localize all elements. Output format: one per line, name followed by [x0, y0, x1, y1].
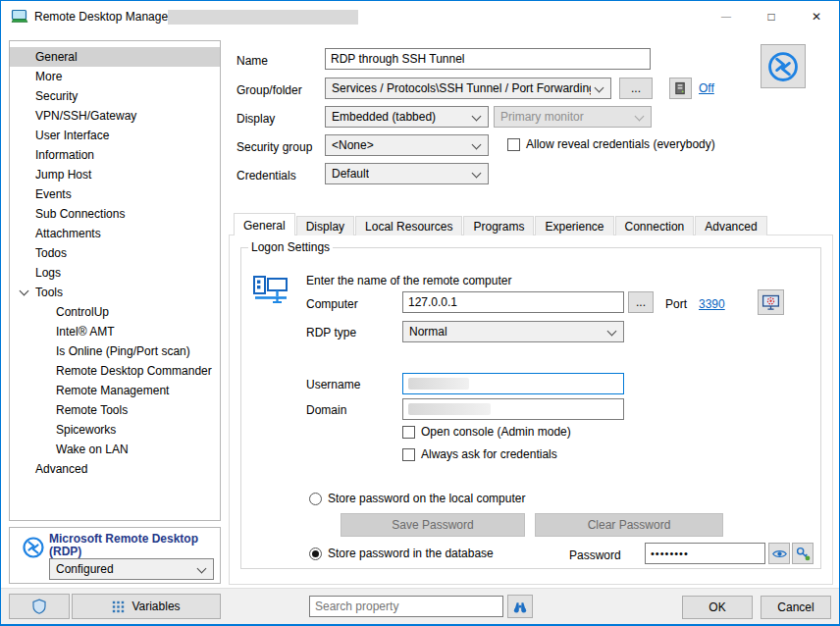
always-ask-row: Always ask for credentials [402, 447, 557, 461]
sidebar-item-remote-management[interactable]: Remote Management [10, 381, 220, 400]
sidebar-item-sub-connections[interactable]: Sub Connections [10, 204, 220, 224]
eye-icon [771, 546, 788, 562]
minimize-button[interactable]: ─ [704, 1, 749, 31]
sidebar-item-remote-desktop-commander[interactable]: Remote Desktop Commander [10, 361, 220, 381]
network-computer-icon [251, 274, 290, 313]
credentials-label: Credentials [236, 169, 296, 183]
port-scan-button[interactable] [758, 289, 784, 315]
sidebar-item-logs[interactable]: Logs [10, 263, 220, 283]
sidebar-item-jump-host[interactable]: Jump Host [10, 165, 220, 184]
port-scan-icon [761, 292, 781, 313]
redacted-username [408, 378, 469, 390]
save-password-button[interactable]: Save Password [341, 513, 525, 537]
maximize-button[interactable]: □ [749, 1, 794, 31]
security-group-select[interactable]: <None> [325, 134, 489, 156]
chevron-down-icon [472, 112, 482, 122]
tab-display[interactable]: Display [296, 216, 354, 235]
sidebar-item-spiceworks[interactable]: Spiceworks [10, 420, 220, 440]
display-label: Display [236, 112, 275, 126]
tab-programs[interactable]: Programs [463, 216, 534, 235]
tab-experience[interactable]: Experience [535, 216, 613, 235]
sidebar-item-tools-label: Tools [35, 286, 63, 299]
sidebar-item-is-online[interactable]: Is Online (Ping/Port scan) [10, 341, 220, 361]
binoculars-icon [511, 598, 529, 615]
shield-icon [30, 598, 48, 615]
display-mode-value: Embedded (tabbed) [332, 110, 436, 124]
sidebar-item-remote-tools[interactable]: Remote Tools [10, 400, 220, 420]
sidebar-item-intel-amt[interactable]: Intel® AMT [10, 322, 220, 341]
chevron-down-icon [197, 564, 207, 574]
computer-browse-button[interactable]: ... [628, 291, 654, 313]
settings-nav-sidebar: General More Security VPN/SSH/Gateway Us… [9, 40, 221, 521]
group-folder-label: Group/folder [236, 83, 302, 97]
rdp-type-label: RDP type [306, 326, 356, 339]
chevron-down-icon [472, 169, 482, 179]
logon-settings-legend: Logon Settings [248, 240, 333, 254]
tab-general[interactable]: General [234, 213, 295, 235]
cancel-button[interactable]: Cancel [761, 596, 831, 619]
name-input[interactable] [325, 48, 651, 70]
always-ask-label: Always ask for credentials [421, 447, 557, 461]
window-title: Remote Desktop Manager [34, 10, 172, 24]
open-console-checkbox[interactable] [402, 426, 415, 439]
rdp-logo-icon [22, 536, 45, 559]
group-folder-select[interactable]: Services / Protocols\SSH Tunnel / Port F… [325, 78, 611, 99]
security-group-value: <None> [332, 138, 374, 152]
variables-button[interactable]: Variables [72, 594, 221, 619]
sidebar-item-wake-on-lan[interactable]: Wake on LAN [10, 440, 220, 459]
rdp-type-value: Normal [409, 325, 447, 339]
credentials-value: Default [332, 167, 369, 181]
protocol-status-value: Configured [56, 562, 114, 576]
sidebar-item-more[interactable]: More [10, 67, 220, 86]
search-property-input[interactable] [309, 596, 503, 617]
group-browse-button[interactable]: ... [619, 78, 653, 99]
sidebar-item-security[interactable]: Security [10, 86, 220, 106]
security-group-label: Security group [236, 140, 312, 154]
host-server-button[interactable] [669, 78, 692, 99]
sidebar-item-todos[interactable]: Todos [10, 243, 220, 263]
remote-computer-hint: Enter the name of the remote computer [306, 274, 511, 287]
tab-connection[interactable]: Connection [615, 216, 695, 235]
sidebar-item-general[interactable]: General [10, 47, 220, 67]
redacted-domain [408, 403, 491, 415]
sidebar-item-controlup[interactable]: ControlUp [10, 302, 220, 322]
key-icon [795, 546, 812, 562]
always-ask-checkbox[interactable] [402, 448, 415, 461]
sidebar-item-information[interactable]: Information [10, 145, 220, 165]
remote-desktop-manager-window: Remote Desktop Manager ─ □ ✕ General Mor… [0, 0, 840, 626]
sidebar-item-events[interactable]: Events [10, 184, 220, 204]
app-logo-icon [11, 9, 28, 25]
tab-local-resources[interactable]: Local Resources [355, 216, 462, 235]
off-link[interactable]: Off [699, 81, 714, 95]
credentials-select[interactable]: Default [325, 163, 489, 184]
computer-input[interactable] [402, 291, 624, 313]
sidebar-item-attachments[interactable]: Attachments [10, 224, 220, 243]
sidebar-item-user-interface[interactable]: User Interface [10, 126, 220, 145]
rdp-logo-icon [766, 50, 800, 83]
open-console-label: Open console (Admin mode) [421, 425, 571, 439]
title-bar: Remote Desktop Manager ─ □ ✕ [1, 1, 839, 32]
port-link[interactable]: 3390 [699, 297, 725, 311]
protocol-big-button[interactable] [761, 44, 806, 88]
clear-password-button[interactable]: Clear Password [535, 513, 723, 537]
password-generator-button[interactable] [792, 543, 814, 564]
protocol-status-select[interactable]: Configured [49, 558, 214, 580]
ok-button[interactable]: OK [682, 596, 753, 619]
close-button[interactable]: ✕ [794, 1, 839, 31]
search-button[interactable] [507, 595, 533, 618]
password-input[interactable] [645, 543, 765, 564]
store-database-row: Store password in the database [309, 547, 494, 560]
chevron-down-icon [607, 327, 617, 337]
store-local-radio[interactable] [309, 493, 322, 505]
allow-reveal-credentials-checkbox[interactable] [507, 138, 520, 151]
store-local-row: Store password on the local computer [309, 492, 525, 505]
reveal-password-button[interactable] [768, 543, 790, 564]
display-mode-select[interactable]: Embedded (tabbed) [325, 106, 489, 128]
sidebar-item-tools[interactable]: Tools [10, 283, 220, 302]
sidebar-item-advanced[interactable]: Advanced [10, 459, 220, 479]
store-database-radio[interactable] [309, 548, 322, 560]
sidebar-item-vpn-ssh-gateway[interactable]: VPN/SSH/Gateway [10, 106, 220, 126]
security-shield-button[interactable] [9, 594, 70, 619]
tab-advanced[interactable]: Advanced [695, 216, 766, 235]
rdp-type-select[interactable]: Normal [402, 321, 624, 342]
